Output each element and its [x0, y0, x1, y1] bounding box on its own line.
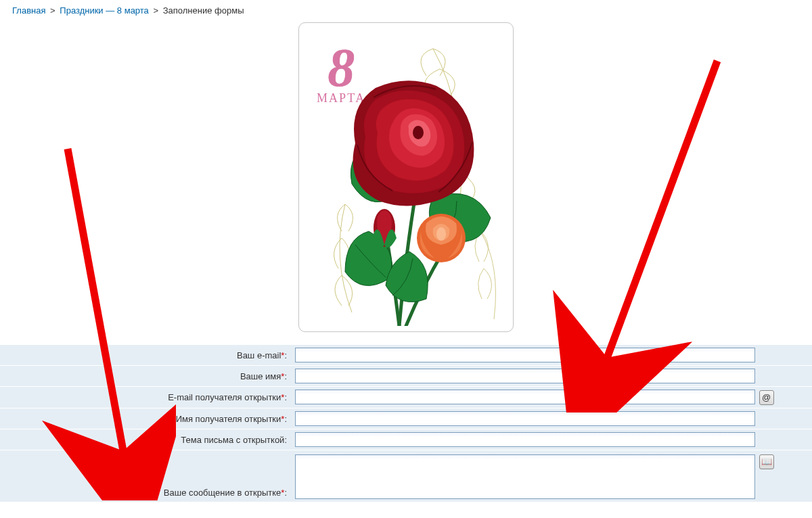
- svg-point-3: [413, 126, 424, 139]
- row-sender-name: Ваше имя*:: [0, 366, 812, 387]
- colon: :: [284, 435, 287, 445]
- input-message[interactable]: [295, 454, 755, 499]
- breadcrumb-home-link[interactable]: Главная: [12, 5, 45, 16]
- card-frame: 8 МАРТА: [298, 22, 514, 332]
- card-form: Ваш e-mail*: Ваше имя*: E-mail получател…: [0, 344, 812, 502]
- colon: :: [284, 371, 287, 381]
- card-preview-container: 8 МАРТА: [0, 22, 812, 332]
- colon: :: [284, 350, 287, 360]
- colon: :: [284, 488, 287, 498]
- label-recipient-email: E-mail получателя открытки: [168, 392, 281, 402]
- breadcrumb-category-link[interactable]: Праздники — 8 марта: [60, 5, 149, 16]
- label-subject: Тема письма с открыткой: [181, 435, 284, 445]
- label-sender-email: Ваш e-mail: [237, 350, 281, 360]
- input-subject[interactable]: [295, 432, 755, 447]
- input-recipient-email[interactable]: [295, 390, 755, 404]
- breadcrumb-sep: >: [48, 5, 58, 16]
- input-sender-name[interactable]: [295, 369, 755, 383]
- row-recipient-name: Имя получателя открытки*:: [0, 408, 812, 429]
- input-recipient-name[interactable]: [295, 411, 755, 426]
- breadcrumb-current: Заполнение формы: [163, 5, 244, 16]
- svg-point-2: [436, 227, 446, 241]
- input-sender-email[interactable]: [295, 348, 755, 362]
- label-sender-name: Ваше имя: [240, 371, 281, 381]
- breadcrumb-sep: >: [151, 5, 160, 16]
- colon: :: [284, 414, 287, 424]
- card-image: 8 МАРТА: [304, 28, 508, 326]
- poem-book-icon[interactable]: 📖: [759, 454, 774, 469]
- label-message: Ваше сообщение в открытке: [164, 488, 281, 498]
- label-recipient-name: Имя получателя открытки: [176, 414, 281, 424]
- row-sender-email: Ваш e-mail*:: [0, 345, 812, 366]
- row-subject: Тема письма с открыткой:: [0, 429, 812, 450]
- rose-illustration: [304, 28, 508, 326]
- row-message: Ваше сообщение в открытке*: 📖: [0, 450, 812, 502]
- breadcrumb: Главная > Праздники — 8 марта > Заполнен…: [0, 0, 812, 22]
- colon: :: [284, 392, 287, 402]
- row-recipient-email: E-mail получателя открытки*: @: [0, 387, 812, 408]
- address-book-icon[interactable]: @: [759, 390, 774, 405]
